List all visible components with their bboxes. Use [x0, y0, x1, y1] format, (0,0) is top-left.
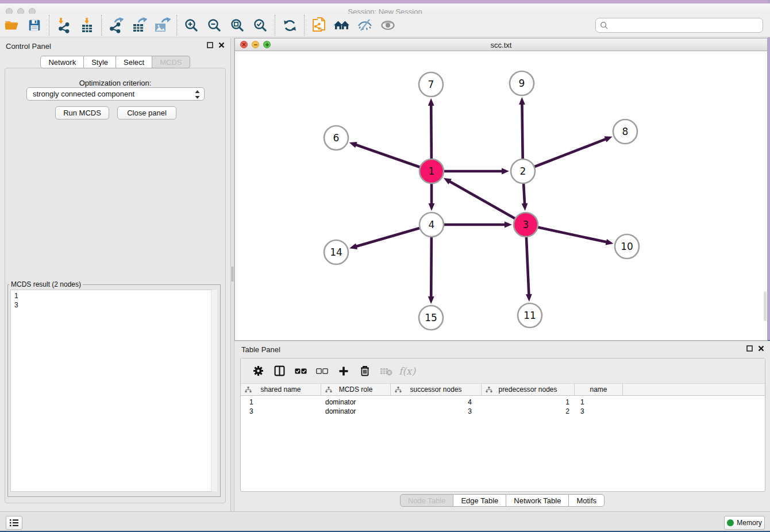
graph-node-label-9: 9	[519, 78, 525, 89]
tab-network-table[interactable]: Network Table	[506, 494, 569, 507]
cell-shared-name[interactable]: 3	[241, 407, 321, 416]
export-network-button[interactable]	[105, 14, 128, 36]
delete-table-button[interactable]	[375, 361, 396, 381]
table-header-row: shared nameMCDS rolesuccessor nodesprede…	[241, 384, 765, 396]
optimization-criterion-select[interactable]: strongly connected component	[26, 87, 205, 101]
show-graphics-details-button[interactable]	[376, 14, 399, 36]
mcds-result-text[interactable]: 1 3	[10, 290, 212, 492]
column-label: shared name	[260, 385, 301, 394]
tab-motifs[interactable]: Motifs	[569, 494, 605, 507]
close-panel-icon[interactable]	[218, 42, 225, 48]
graph-edge-3-1[interactable]	[449, 181, 526, 225]
table-panel-title: Table Panel	[241, 345, 280, 354]
hide-graphics-details-button[interactable]	[353, 14, 376, 36]
column-label: MCDS role	[339, 385, 373, 394]
network-canvas[interactable]: 1234678910111415	[235, 51, 767, 340]
table-settings-button[interactable]	[248, 361, 269, 381]
zoom-fit-button[interactable]	[226, 14, 249, 36]
zoom-fit-icon	[230, 18, 245, 33]
import-table-button[interactable]	[75, 14, 98, 36]
graph-node-label-1: 1	[429, 165, 435, 177]
open-file-button[interactable]	[0, 14, 23, 36]
tab-edge-table[interactable]: Edge Table	[453, 494, 506, 507]
refresh-view-button[interactable]	[278, 14, 301, 36]
network-document-button[interactable]	[307, 14, 330, 36]
function-builder-button[interactable]: f(x)	[396, 361, 418, 381]
document-network-icon	[311, 17, 327, 34]
graph-arrowhead-2-9	[519, 97, 525, 105]
graph-arrowhead-4-14	[349, 244, 357, 249]
import-network-button[interactable]	[52, 14, 75, 36]
toolbar-separator	[304, 15, 305, 36]
cell-shared-name[interactable]: 1	[241, 398, 321, 407]
splitter-grip[interactable]	[232, 267, 233, 282]
zoom-selected-button[interactable]	[249, 14, 272, 36]
import-table-icon	[79, 17, 95, 33]
cell-successor-nodes[interactable]: 3	[391, 407, 482, 416]
run-mcds-button[interactable]: Run MCDS	[55, 106, 109, 119]
mcds-result-scrollbar[interactable]	[211, 290, 217, 491]
tab-style[interactable]: Style	[84, 56, 116, 68]
export-image-icon	[153, 17, 171, 33]
cell-mcds-role[interactable]: dominator	[321, 407, 391, 416]
control-panel: Control Panel NetworkStyleSelectMCDS Opt…	[0, 38, 230, 511]
close-table-panel-icon[interactable]	[758, 345, 764, 352]
zoom-out-button[interactable]	[203, 14, 226, 36]
float-table-panel-icon[interactable]	[746, 345, 753, 352]
zoom-in-button[interactable]	[180, 14, 203, 36]
close-panel-button[interactable]: Close panel	[117, 106, 176, 119]
tab-select[interactable]: Select	[116, 56, 152, 68]
vertical-splitter[interactable]	[230, 38, 234, 511]
network-view-window: scc.txt 1234678910111415	[234, 38, 768, 341]
task-list-icon	[9, 519, 19, 527]
graph-edge-2-8[interactable]	[523, 139, 606, 171]
toggle-column-pane-button[interactable]	[269, 361, 290, 381]
graph-arrowhead-2-3	[522, 203, 528, 211]
export-network-icon	[108, 17, 124, 33]
export-image-button[interactable]	[151, 14, 174, 36]
add-column-button[interactable]	[333, 361, 354, 381]
search-input[interactable]	[609, 20, 763, 31]
tab-mcds[interactable]: MCDS	[152, 56, 190, 68]
graph-arrowhead-1-7	[428, 98, 434, 106]
cell-successor-nodes[interactable]: 4	[391, 398, 482, 407]
shared-column-icon	[325, 387, 332, 393]
column-header-predecessor-nodes[interactable]: predecessor nodes	[482, 384, 575, 395]
table-toolbar: f(x)	[241, 358, 765, 384]
graph-node-label-4: 4	[429, 219, 435, 230]
graph-arrowhead-1-2	[502, 168, 509, 175]
network-window-title: scc.txt	[235, 41, 767, 49]
save-session-button[interactable]	[23, 14, 46, 36]
tab-network[interactable]: Network	[40, 56, 84, 68]
cell-predecessor-nodes[interactable]: 1	[482, 398, 575, 407]
search-box	[595, 18, 763, 33]
column-header-mcds-role[interactable]: MCDS role	[321, 384, 391, 395]
cell-name[interactable]: 3	[575, 407, 623, 416]
memory-button[interactable]: Memory	[724, 516, 765, 530]
cell-name[interactable]: 1	[575, 398, 623, 407]
home-views-button[interactable]	[330, 14, 353, 36]
network-window-titlebar[interactable]: scc.txt	[235, 38, 767, 51]
cell-mcds-role[interactable]: dominator	[321, 398, 391, 407]
export-table-button[interactable]	[128, 14, 151, 36]
tab-node-table[interactable]: Node Table	[400, 494, 454, 507]
network-scrollbar[interactable]	[764, 291, 767, 321]
float-panel-icon[interactable]	[207, 42, 213, 48]
select-all-columns-button[interactable]	[290, 361, 311, 381]
toolbar-separator	[275, 15, 275, 36]
column-label: predecessor nodes	[498, 385, 557, 394]
unselect-all-columns-button[interactable]	[311, 361, 333, 381]
graph-arrowhead-1-4	[429, 203, 435, 211]
graph-node-label-8: 8	[622, 126, 629, 137]
column-header-name[interactable]: name	[575, 384, 623, 395]
column-header-successor-nodes[interactable]: successor nodes	[391, 384, 482, 395]
delete-column-button[interactable]	[354, 361, 375, 381]
graph-arrowhead-4-3	[505, 222, 512, 228]
task-history-button[interactable]	[6, 516, 22, 530]
table-tabs: Node TableEdge TableNetwork TableMotifs	[400, 494, 605, 507]
column-header-shared-name[interactable]: shared name	[241, 384, 321, 395]
cell-predecessor-nodes[interactable]: 2	[482, 407, 575, 416]
optimization-criterion-label: Optimization criterion:	[5, 79, 225, 87]
mcds-result-legend: MCDS result (2 nodes)	[9, 280, 83, 288]
refresh-icon	[282, 18, 298, 33]
